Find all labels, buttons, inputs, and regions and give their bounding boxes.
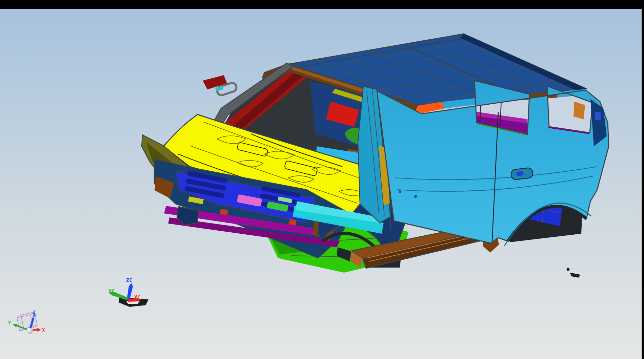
car-body-in-white-model[interactable] [142,34,609,277]
detached-small-parts[interactable] [567,268,581,278]
wcs-z-label[interactable]: ZC [126,277,132,283]
origin-sphere[interactable] [27,328,33,334]
abs-x-label: X [42,327,45,333]
abs-y-label: Y [8,320,11,325]
wcs-x-label[interactable]: XC [134,295,140,301]
abs-z-label: Z [33,310,35,315]
cad-viewport[interactable]: ZC YC XC Z Y X [0,9,642,359]
letterbox-right-bar [642,0,644,359]
mirror-bracket-red [203,75,227,89]
model-canvas[interactable]: ZC YC XC Z Y X [0,9,642,359]
letterbox-top-bar [0,0,644,9]
wcs-triad[interactable]: ZC YC XC [108,277,148,307]
absolute-triad[interactable]: Z Y X [8,310,45,334]
wcs-y-label[interactable]: YC [108,289,115,295]
